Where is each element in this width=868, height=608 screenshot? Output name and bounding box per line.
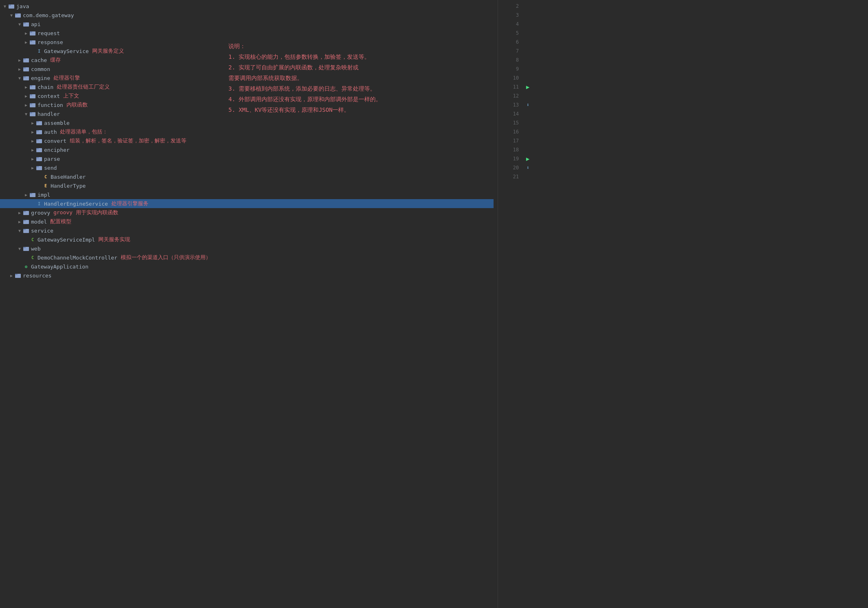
folder-groovy-icon xyxy=(23,209,29,216)
tree-item-gateway-service-impl[interactable]: ▶ C GatewayServiceImpl 网关服务实现 xyxy=(0,235,498,244)
arrow-assemble[interactable]: ▶ xyxy=(29,121,36,125)
gutter-arrow-13[interactable]: ⬇ xyxy=(524,100,532,109)
gutter-7 xyxy=(524,55,532,64)
tree-item-web[interactable]: ▼ web xyxy=(0,244,498,253)
folder-handler-icon xyxy=(29,111,36,117)
arrow-response[interactable]: ▶ xyxy=(23,40,29,44)
line-num-13: 13 xyxy=(513,100,519,109)
base-handler-label: BaseHandler xyxy=(51,174,86,180)
arrow-com[interactable]: ▼ xyxy=(8,13,15,18)
function-label: function xyxy=(38,102,63,108)
tree-item-request[interactable]: ▶ request xyxy=(0,29,498,38)
arrow-request[interactable]: ▶ xyxy=(23,31,29,36)
svg-rect-19 xyxy=(30,94,32,95)
arrow-convert[interactable]: ▶ xyxy=(29,139,36,143)
enum-handler-type-icon: E xyxy=(42,182,49,189)
svg-rect-1 xyxy=(9,4,11,6)
tree-item-resources[interactable]: ▶ resources xyxy=(0,271,498,280)
tree-item-common[interactable]: ▶ common xyxy=(0,64,498,73)
tree-item-handler-engine-service[interactable]: ▶ I HandlerEngineService 处理器引擎服务 xyxy=(0,199,494,208)
gutter-run-19[interactable]: ▶ xyxy=(524,154,532,163)
request-label: request xyxy=(38,30,60,36)
spring-gateway-service-impl-icon: C xyxy=(29,236,36,243)
arrow-api[interactable]: ▼ xyxy=(16,22,23,27)
spring-demo-channel-icon: C xyxy=(29,254,36,261)
arrow-auth[interactable]: ▶ xyxy=(29,130,36,134)
tree-item-demo-channel[interactable]: ▶ C DemoChannelMockController 模拟一个的渠道入口（… xyxy=(0,253,498,262)
folder-request-icon xyxy=(29,30,36,36)
gutter-2 xyxy=(524,11,532,20)
svg-rect-47 xyxy=(15,274,18,275)
svg-rect-3 xyxy=(15,13,18,15)
arrow-parse[interactable]: ▶ xyxy=(29,157,36,161)
gutter-6 xyxy=(524,47,532,55)
arrow-context[interactable]: ▶ xyxy=(23,94,29,98)
folder-auth-icon xyxy=(36,129,42,135)
folder-assemble-icon xyxy=(36,120,42,126)
convert-label: convert xyxy=(44,138,66,144)
tree-item-java[interactable]: ▼ java xyxy=(0,2,498,11)
svg-rect-39 xyxy=(23,211,26,212)
arrow-encipher[interactable]: ▶ xyxy=(29,148,36,152)
folder-function-icon xyxy=(29,102,36,108)
folder-parse-icon xyxy=(36,155,42,162)
tree-item-handler-type[interactable]: ▶ E HandlerType xyxy=(0,181,498,190)
tree-item-groovy[interactable]: ▶ groovy groovy 用于实现内联函数 xyxy=(0,208,498,217)
svg-rect-45 xyxy=(23,247,26,248)
line-num-11: 11 xyxy=(513,82,519,91)
arrow-common[interactable]: ▶ xyxy=(16,67,23,71)
tree-item-service[interactable]: ▼ service xyxy=(0,226,498,235)
tree-item-assemble[interactable]: ▶ assemble xyxy=(0,118,498,127)
arrow-service[interactable]: ▼ xyxy=(16,229,23,233)
demo-channel-label: DemoChannelMockController xyxy=(38,255,117,261)
arrow-impl[interactable]: ▶ xyxy=(23,193,29,197)
tree-item-parse[interactable]: ▶ parse xyxy=(0,154,498,163)
arrow-web[interactable]: ▼ xyxy=(16,246,23,251)
arrow-function[interactable]: ▶ xyxy=(23,103,29,107)
tree-item-model[interactable]: ▶ model 配置模型 xyxy=(0,217,498,226)
tree-item-convert[interactable]: ▶ convert 组装，解析，签名，验证签，加密，解密，发送等 xyxy=(0,136,498,145)
tree-item-com-demo-gateway[interactable]: ▼ com.demo.gateway xyxy=(0,11,498,20)
tree-item-function[interactable]: ▶ function 内联函数 xyxy=(0,100,498,109)
svg-rect-41 xyxy=(23,220,26,221)
arrow-java[interactable]: ▼ xyxy=(2,4,8,9)
tree-item-auth[interactable]: ▶ auth 处理器清单，包括： xyxy=(0,127,498,136)
arrow-groovy[interactable]: ▶ xyxy=(16,211,23,215)
tree-item-impl[interactable]: ▶ impl xyxy=(0,190,498,199)
gutter-arrow-20[interactable]: ⬇ xyxy=(524,163,532,172)
tree-item-gateway-service[interactable]: ▶ I GatewayService 网关服务定义 xyxy=(0,47,498,55)
tree-item-api[interactable]: ▼ api xyxy=(0,20,498,29)
tree-item-chain[interactable]: ▶ chain 处理器责任链工厂定义 xyxy=(0,82,498,91)
resources-label: resources xyxy=(23,273,51,279)
line-num-2: 2 xyxy=(516,2,519,11)
tree-item-cache[interactable]: ▶ cache 缓存 xyxy=(0,55,498,64)
arrow-handler[interactable]: ▼ xyxy=(23,112,29,116)
handler-engine-service-annotation: 处理器引擎服务 xyxy=(111,200,148,207)
svg-rect-25 xyxy=(36,121,39,122)
tree-item-base-handler[interactable]: ▶ C BaseHandler xyxy=(0,172,498,181)
line-num-18: 18 xyxy=(513,145,519,154)
send-label: send xyxy=(44,165,57,171)
demo-channel-annotation: 模拟一个的渠道入口（只供演示使用） xyxy=(121,254,211,261)
folder-api-icon xyxy=(23,21,29,27)
tree-item-handler[interactable]: ▼ handler xyxy=(0,109,498,118)
arrow-engine[interactable]: ▼ xyxy=(16,76,23,80)
file-tree[interactable]: ▼ java ▼ com.demo.gateway ▼ api ▶ reques… xyxy=(0,0,498,608)
tree-item-response[interactable]: ▶ response xyxy=(0,38,498,47)
gutter-run-11[interactable]: ▶ xyxy=(524,82,532,91)
arrow-cache[interactable]: ▶ xyxy=(16,58,23,62)
arrow-resources[interactable]: ▶ xyxy=(8,273,15,278)
tree-item-send[interactable]: ▶ send xyxy=(0,163,498,172)
tree-item-gateway-application[interactable]: ▶ ⊙ GatewayApplication xyxy=(0,262,498,271)
cache-annotation: 缓存 xyxy=(50,56,61,64)
folder-model-icon xyxy=(23,218,29,225)
svg-rect-5 xyxy=(23,22,26,24)
arrow-model[interactable]: ▶ xyxy=(16,220,23,224)
tree-item-engine[interactable]: ▼ engine 处理器引擎 xyxy=(0,73,498,82)
tree-item-context[interactable]: ▶ context 上下文 xyxy=(0,91,498,100)
tree-item-encipher[interactable]: ▶ encipher xyxy=(0,145,498,154)
line-num-9: 9 xyxy=(516,64,519,73)
arrow-chain[interactable]: ▶ xyxy=(23,85,29,89)
folder-common-icon xyxy=(23,66,29,72)
arrow-send[interactable]: ▶ xyxy=(29,166,36,170)
